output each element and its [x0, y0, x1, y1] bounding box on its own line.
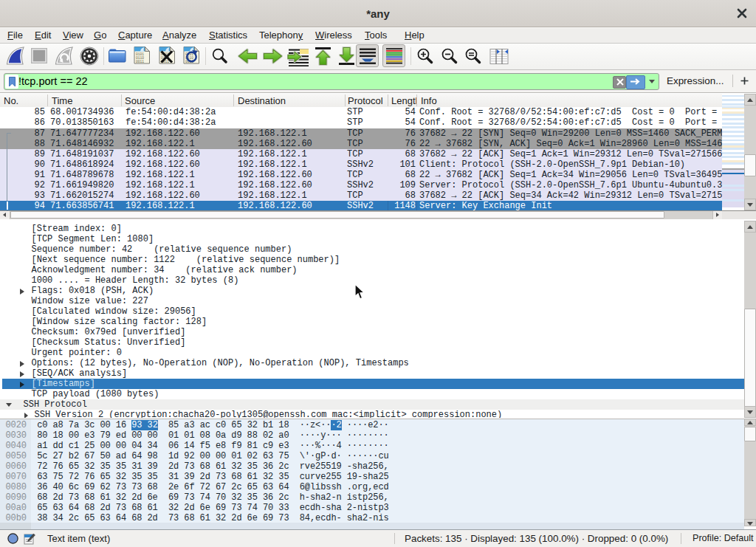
svg-text:0011: 0011: [136, 60, 144, 63]
